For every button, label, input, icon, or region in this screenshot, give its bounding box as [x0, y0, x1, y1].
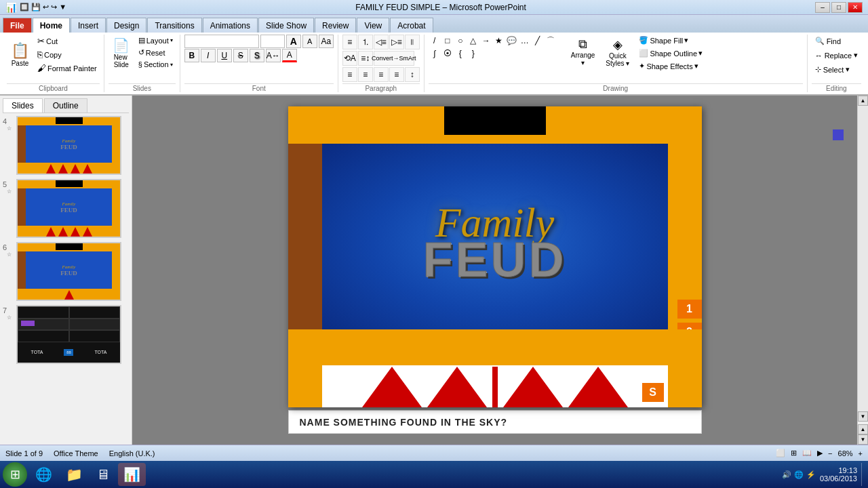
italic-button[interactable]: I [201, 49, 216, 62]
panel-tab-outline[interactable]: Outline [44, 98, 87, 113]
shape-effects-button[interactable]: ✦ Shape Effects▾ [636, 60, 705, 72]
view-slide-sorter[interactable]: ⊞ [791, 449, 797, 458]
increase-font-button[interactable]: A [286, 35, 301, 48]
convert-smartart-button[interactable]: Convert→SmArt [374, 51, 414, 66]
format-painter-button[interactable]: 🖌 Format Painter [35, 62, 100, 75]
zoom-in[interactable]: + [859, 449, 863, 458]
tab-acrobat[interactable]: Acrobat [390, 18, 433, 33]
view-reading[interactable]: 📖 [802, 449, 812, 458]
bold-button[interactable]: B [184, 49, 199, 62]
replace-button[interactable]: ↔ Replace ▾ [812, 49, 861, 62]
shape-l6[interactable]: } [467, 47, 479, 60]
align-right-button[interactable]: ≡ [374, 67, 389, 82]
feud-text: FEUD [423, 238, 567, 282]
shape-l2[interactable]: ⌒ [545, 35, 557, 47]
taskbar-powerpoint[interactable]: 📊 [118, 463, 146, 486]
scroll-down[interactable]: ▼ [858, 411, 868, 422]
zoom-out[interactable]: − [828, 449, 832, 458]
scroll-up[interactable]: ▲ [858, 96, 868, 106]
slide-canvas[interactable]: 1 2 3 Family FEUD [288, 106, 702, 407]
shadow-button[interactable]: S [250, 49, 264, 62]
font-size-input[interactable] [260, 35, 285, 48]
shape-more[interactable]: … [519, 35, 531, 47]
show-desktop[interactable] [861, 463, 865, 486]
shape-line[interactable]: / [429, 35, 441, 47]
view-normal[interactable]: ⬜ [776, 449, 785, 458]
align-left-button[interactable]: ≡ [342, 67, 357, 82]
main-blue-area: Family FEUD [322, 144, 668, 339]
reset-button[interactable]: ↺ Reset [136, 47, 176, 58]
maximize-button[interactable]: □ [831, 2, 846, 13]
shape-l4[interactable]: ⦿ [441, 47, 454, 60]
font-color-button[interactable]: A [282, 49, 297, 62]
line-spacing-button[interactable]: ↕ [405, 67, 420, 82]
shape-l5[interactable]: { [454, 47, 467, 60]
scroll-up2[interactable]: ▲ [858, 424, 868, 434]
tab-review[interactable]: Review [315, 18, 356, 33]
slide-preview-7[interactable]: TOTA 88 TOTA [16, 305, 121, 364]
shape-l1[interactable]: ╱ [532, 35, 544, 47]
tab-insert[interactable]: Insert [71, 18, 106, 33]
shape-l3[interactable]: ∫ [429, 47, 441, 60]
taskbar-explorer[interactable]: 📁 [60, 463, 88, 486]
find-button[interactable]: 🔍 Find [812, 35, 861, 47]
increase-indent-button[interactable]: ▷≡ [389, 35, 404, 49]
slide-preview-5[interactable]: Family FEUD [16, 179, 121, 238]
numbered-list-button[interactable]: ⒈ [358, 35, 373, 49]
arrange-button[interactable]: ⧉ Arrange ▾ [567, 35, 599, 69]
layout-button[interactable]: ▤ Layout ▾ [136, 35, 176, 46]
shape-callout[interactable]: 💬 [506, 35, 518, 47]
shape-star[interactable]: ★ [493, 35, 505, 47]
bullet-list-button[interactable]: ≡ [342, 35, 357, 49]
underline-button[interactable]: U [217, 49, 232, 62]
paste-button[interactable]: 📋 Paste [7, 35, 33, 75]
spacing-button[interactable]: A↔ [266, 49, 281, 62]
scroll-down2[interactable]: ▼ [858, 434, 868, 445]
clear-format-button[interactable]: Aa [319, 35, 334, 48]
tab-transitions[interactable]: Transitions [147, 18, 201, 33]
status-bar: Slide 1 of 9 Office Theme English (U.K.)… [0, 445, 868, 461]
copy-button[interactable]: ⎘ Copy [35, 48, 100, 61]
justify-button[interactable]: ≡ [389, 67, 404, 82]
shape-arrow[interactable]: → [480, 35, 492, 47]
font-section: A A Aa B I U S S A↔ A Font [180, 35, 338, 92]
shape-outline-button[interactable]: ⬜ Shape Outline▾ [636, 47, 705, 59]
slide-preview-6[interactable]: Family FEUD [16, 242, 121, 301]
shape-rect[interactable]: □ [441, 35, 454, 47]
select-button[interactable]: ⊹ Select ▾ [812, 63, 861, 76]
slide-thumb-5[interactable]: 5 ☆ Family FEUD [3, 179, 129, 238]
slide-preview-4[interactable]: Family FEUD [16, 116, 121, 175]
strikethrough-button[interactable]: S [233, 49, 248, 62]
section-button[interactable]: § Section ▾ [136, 59, 176, 70]
align-center-button[interactable]: ≡ [358, 67, 373, 82]
cut-button[interactable]: ✂ Cut [35, 35, 100, 47]
tab-file[interactable]: File [3, 18, 32, 33]
quick-styles-button[interactable]: ◈ Quick Styles ▾ [601, 35, 633, 70]
start-button[interactable]: ⊞ [3, 462, 27, 487]
slides-label: Slides [108, 83, 176, 92]
tab-home[interactable]: Home [33, 18, 70, 33]
close-button[interactable]: ✕ [848, 2, 863, 13]
tab-slideshow[interactable]: Slide Show [258, 18, 314, 33]
minimize-button[interactable]: – [815, 2, 830, 13]
tab-animations[interactable]: Animations [203, 18, 258, 33]
slide-thumb-7[interactable]: 7 ☆ TOTA 88 [3, 305, 129, 364]
font-name-input[interactable] [184, 35, 259, 48]
slide-thumb-4[interactable]: 4 ☆ Family FEUD [3, 116, 129, 175]
align-text-button[interactable]: ≡↕ [358, 51, 373, 66]
taskbar-browser[interactable]: 🌐 [30, 463, 58, 486]
new-slide-button[interactable]: 📄 NewSlide [108, 35, 134, 71]
taskbar-desktop[interactable]: 🖥 [91, 463, 115, 486]
shape-triangle[interactable]: △ [467, 35, 479, 47]
shape-ellipse[interactable]: ○ [454, 35, 467, 47]
text-direction-button[interactable]: ⟲A [342, 51, 357, 66]
view-slideshow[interactable]: ▶ [817, 449, 823, 458]
tab-view[interactable]: View [357, 18, 389, 33]
decrease-indent-button[interactable]: ◁≡ [374, 35, 389, 49]
panel-tab-slides[interactable]: Slides [3, 98, 43, 113]
slide-thumb-6[interactable]: 6 ☆ Family FEUD [3, 242, 129, 301]
decrease-font-button[interactable]: A [302, 35, 317, 48]
shape-fill-button[interactable]: 🪣 Shape Fill▾ [636, 35, 705, 46]
columns-button[interactable]: ⫴ [405, 35, 420, 49]
tab-design[interactable]: Design [106, 18, 146, 33]
